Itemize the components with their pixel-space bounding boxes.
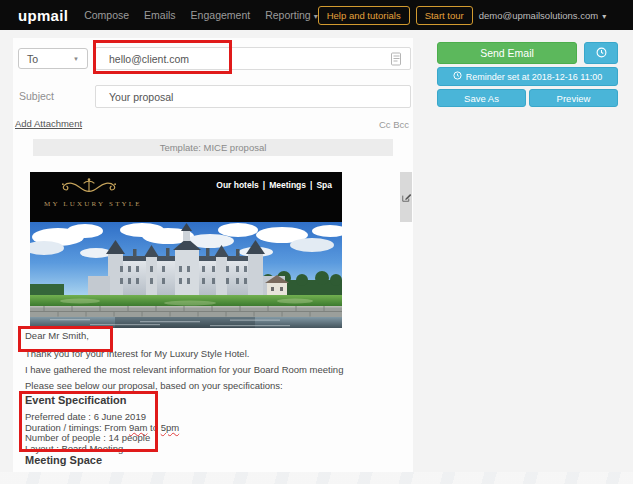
- chevron-down-icon: ▼: [73, 56, 79, 62]
- start-tour-button[interactable]: Start tour: [416, 6, 473, 25]
- email-greeting: Dear Mr Smith,: [25, 330, 89, 341]
- compose-panel: To ▼ hello@client.com Subject Your propo…: [13, 38, 413, 472]
- email-header-nav: Our hotels | Meetings | Spa: [216, 180, 332, 190]
- subject-input[interactable]: Your proposal: [95, 85, 411, 108]
- save-as-button[interactable]: Save As: [437, 89, 526, 107]
- reminder-label: Reminder set at 2018-12-16 11:00: [466, 72, 602, 82]
- navbar-right: Help and tutorials Start tour demo@upmai…: [318, 6, 607, 25]
- subject-input-value: Your proposal: [109, 91, 173, 103]
- page-bottom-fade: [0, 472, 633, 484]
- hotel-brand-logo: MY LUXURY STYLE: [44, 177, 134, 208]
- clock-icon: [453, 71, 462, 82]
- meeting-space-heading: Meeting Space: [25, 454, 102, 466]
- email-nav-our-hotels[interactable]: Our hotels: [216, 180, 259, 190]
- email-nav-spa[interactable]: Spa: [316, 180, 332, 190]
- chevron-down-icon: ▾: [602, 12, 606, 21]
- flourish-ornament-icon: [50, 181, 128, 198]
- schedule-send-button[interactable]: [584, 42, 618, 64]
- spec-duration-end: 5pm: [161, 422, 179, 433]
- upmail-logo[interactable]: upmail: [18, 7, 68, 24]
- menu-emails[interactable]: Emails: [144, 9, 176, 21]
- account-email: demo@upmailsolutions.com: [479, 10, 598, 21]
- add-attachment-link[interactable]: Add Attachment: [15, 118, 82, 129]
- edit-icon: [402, 188, 411, 206]
- main-menu: Compose Emails Engagement Reporting▾: [84, 9, 318, 21]
- recipient-type-select[interactable]: To ▼: [18, 48, 88, 69]
- app-window: upmail Compose Emails Engagement Reporti…: [0, 0, 633, 484]
- subject-label: Subject: [19, 90, 54, 102]
- account-menu[interactable]: demo@upmailsolutions.com▾: [479, 10, 607, 21]
- to-input-value: hello@client.com: [109, 53, 189, 65]
- template-bar: Template: MICE proposal: [33, 139, 393, 156]
- reminder-button[interactable]: Reminder set at 2018-12-16 11:00: [437, 67, 618, 86]
- clock-icon: [596, 46, 607, 61]
- nav-separator: |: [263, 180, 265, 190]
- top-navbar: upmail Compose Emails Engagement Reporti…: [0, 0, 633, 30]
- to-input[interactable]: hello@client.com: [95, 47, 411, 70]
- hotel-hero-image: [30, 222, 342, 328]
- spec-duration-prefix: Duration / timings: From: [25, 422, 129, 433]
- spec-duration-start: 9am: [129, 422, 147, 433]
- spec-people: Number of people : 14 people: [25, 433, 179, 444]
- hotel-brand-name: MY LUXURY STYLE: [44, 200, 134, 208]
- email-nav-meetings[interactable]: Meetings: [269, 180, 306, 190]
- edit-template-button[interactable]: [400, 172, 412, 222]
- event-specification-heading: Event Specification: [25, 394, 126, 406]
- menu-engagement[interactable]: Engagement: [191, 9, 251, 21]
- preview-button[interactable]: Preview: [529, 89, 618, 107]
- event-specification-details: Preferred date : 6 June 2019 Duration / …: [25, 412, 179, 454]
- recipient-type-label: To: [27, 53, 38, 65]
- address-book-icon[interactable]: [390, 52, 402, 66]
- menu-reporting[interactable]: Reporting▾: [265, 9, 318, 21]
- spec-duration-mid: to: [147, 422, 160, 433]
- email-header-block[interactable]: MY LUXURY STYLE Our hotels | Meetings | …: [30, 172, 342, 222]
- email-paragraph: Thank you for your interest for My Luxur…: [25, 348, 249, 359]
- help-tutorials-button[interactable]: Help and tutorials: [318, 6, 410, 25]
- email-paragraph: Please see below our proposal, based on …: [25, 380, 283, 391]
- send-email-button[interactable]: Send Email: [437, 42, 577, 64]
- menu-reporting-label: Reporting: [265, 9, 311, 21]
- email-paragraph: I have gathered the most relevant inform…: [25, 364, 343, 375]
- nav-separator: |: [310, 180, 312, 190]
- template-name: Template: MICE proposal: [160, 142, 267, 153]
- cc-bcc-toggle[interactable]: Cc Bcc: [379, 119, 409, 130]
- menu-compose[interactable]: Compose: [84, 9, 129, 21]
- spec-layout: Layout : Board Meeting: [25, 444, 179, 455]
